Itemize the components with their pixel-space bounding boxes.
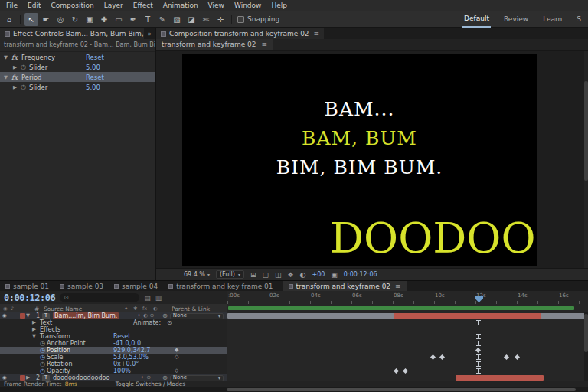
viewer-scrollbar[interactable] xyxy=(584,51,588,268)
layer-switch-icon[interactable]: ⊙ xyxy=(147,374,151,381)
exposure-value[interactable]: +00 xyxy=(312,271,325,278)
effect-param-row-slider[interactable]: ▶ ◷ Slider 5.00 xyxy=(0,82,155,92)
reset-link[interactable]: Reset xyxy=(86,54,104,61)
timeline-tab-sample-04[interactable]: sample 04 xyxy=(109,281,163,291)
rotation-track[interactable] xyxy=(227,361,588,368)
effect-row-period[interactable]: ▼ fx Period Reset xyxy=(0,72,155,82)
twirl-open-icon[interactable]: ▼ xyxy=(4,74,11,80)
property-value[interactable]: -41.0,0.0 xyxy=(113,340,141,347)
stopwatch-icon[interactable]: ◷ xyxy=(38,354,47,361)
layer-label-color[interactable] xyxy=(20,375,25,381)
keyframe-icon[interactable] xyxy=(394,368,399,374)
viewer-scrollbar-thumb[interactable] xyxy=(584,81,588,181)
stopwatch-icon[interactable]: ◷ xyxy=(38,347,47,354)
keyframe-icon[interactable] xyxy=(439,354,445,360)
reset-link[interactable]: Reset xyxy=(113,333,130,340)
draft-3d-icon[interactable]: ▥ xyxy=(155,294,162,302)
anchor-point-track[interactable] xyxy=(227,340,588,347)
opacity-track[interactable] xyxy=(227,368,588,374)
property-row-scale[interactable]: ◷ Scale 53.0,53.0% ◇ xyxy=(0,354,588,361)
property-value[interactable]: 100% xyxy=(113,368,131,374)
position-track[interactable] xyxy=(227,347,588,354)
layer-selected-segment[interactable] xyxy=(394,313,541,318)
property-row-effects[interactable]: ▶ Effects xyxy=(0,326,588,333)
menu-effect[interactable]: Effect xyxy=(133,2,153,9)
twirl-open-icon[interactable]: ▼ xyxy=(4,54,11,60)
zoom-tool-icon[interactable]: ◎ xyxy=(54,13,67,26)
toggle-switches-modes-button[interactable]: Toggle Switches / Modes xyxy=(116,381,185,387)
time-ruler[interactable]: :00s 02s 04s 06s 08s 10s 12s 14s 16s xyxy=(227,291,588,304)
layer-visibility-eye-icon[interactable]: ◉ xyxy=(2,312,7,319)
twirl-closed-icon[interactable]: ▶ xyxy=(32,319,40,326)
stopwatch-icon[interactable]: ◷ xyxy=(21,64,29,70)
workspace-review[interactable]: Review xyxy=(502,11,530,28)
timeline-search-input[interactable]: ⊙ xyxy=(60,293,139,302)
timeline-tab-transform-01[interactable]: transform and key frame 01 xyxy=(163,281,278,291)
layer-row-2[interactable]: ◉ ▶ 2 T doodoodoodoodoo ✦ ⊙ ⊚ None ▾ xyxy=(0,374,588,381)
keyframe-navigator-icon[interactable]: ◆ xyxy=(175,347,178,354)
property-value[interactable]: 0x+0.0° xyxy=(113,361,139,368)
property-row-opacity[interactable]: ◷ Opacity 100% ◇ xyxy=(0,368,588,374)
keyframe-navigator-icon[interactable]: ◇ xyxy=(175,354,178,361)
twirl-closed-icon[interactable]: ▶ xyxy=(32,326,40,333)
home-icon[interactable]: ⌂ xyxy=(2,13,16,26)
current-timecode[interactable]: 0:00:12:06 xyxy=(4,292,55,303)
work-area-bar[interactable] xyxy=(228,306,574,310)
pen-tool-icon[interactable]: ✒ xyxy=(126,13,140,26)
layer-name[interactable]: doodoodoodoodoo xyxy=(51,374,129,381)
layer-switch-icon[interactable]: ✦ xyxy=(137,312,141,319)
menu-view[interactable]: View xyxy=(208,2,224,9)
stopwatch-icon[interactable]: ◷ xyxy=(38,361,47,368)
menu-edit[interactable]: Edit xyxy=(28,2,41,9)
property-row-text[interactable]: ▶ Text Animate: ⊙ xyxy=(0,319,588,326)
workspace-more[interactable]: S xyxy=(575,11,583,28)
scale-track[interactable] xyxy=(227,354,588,361)
menu-help[interactable]: Help xyxy=(271,2,287,9)
workspace-default[interactable]: Default xyxy=(462,11,491,28)
snapping-checkbox[interactable] xyxy=(237,16,244,23)
effects-track[interactable] xyxy=(227,326,588,333)
brush-tool-icon[interactable]: ✎ xyxy=(155,13,169,26)
puppet-pin-tool-icon[interactable]: ✛ xyxy=(214,13,227,26)
timeline-v-scrollbar-thumb[interactable] xyxy=(584,314,588,352)
parent-select[interactable]: None ▾ xyxy=(170,375,224,381)
clone-stamp-tool-icon[interactable]: ▨ xyxy=(170,13,184,26)
zoom-select[interactable]: 69.4 % ▾ xyxy=(184,271,210,278)
menu-window[interactable]: Window xyxy=(234,2,262,9)
composition-viewer[interactable]: BAM... BAM, BUM BIM, BIM BUM. DOODOODOOD… xyxy=(156,51,588,268)
viewer-timecode[interactable]: 0:00:12:06 xyxy=(344,271,377,278)
layer-label-color[interactable] xyxy=(20,313,25,318)
column-source-name[interactable]: Source Name xyxy=(44,305,82,312)
property-row-transform[interactable]: ▼ Transform Reset xyxy=(0,333,588,340)
stopwatch-icon[interactable]: ◷ xyxy=(38,340,47,347)
rotation-tool-icon[interactable]: ↻ xyxy=(68,13,82,26)
layer-1-track[interactable] xyxy=(227,312,588,319)
menu-composition[interactable]: Composition xyxy=(51,2,94,9)
timeline-h-scrollbar[interactable] xyxy=(0,387,588,392)
camera-tool-icon[interactable]: ▣ xyxy=(83,13,96,26)
timeline-tab-sample-03[interactable]: sample 03 xyxy=(54,281,109,291)
keyframe-navigator-icon[interactable]: ◇ xyxy=(175,368,178,374)
snapping-toggle[interactable]: Snapping xyxy=(237,15,279,23)
effect-row-frequency[interactable]: ▼ fx Frequency Reset xyxy=(0,52,155,62)
workspace-learn[interactable]: Learn xyxy=(541,11,564,28)
layer-row-1[interactable]: ◉ ▼ 1 T Bam....im, Bim Bum. ✦ ◐ ⊙ ⊚ None xyxy=(0,312,588,319)
type-tool-icon[interactable]: T xyxy=(141,13,155,26)
param-value[interactable]: 5.00 xyxy=(86,64,100,71)
twirl-closed-icon[interactable]: ▶ xyxy=(13,84,21,90)
mini-flowchart-icon[interactable]: ▤ xyxy=(144,294,151,302)
timeline-tab-transform-02[interactable]: transform and keyframe 02 ≡ xyxy=(283,281,407,291)
effect-param-row-slider[interactable]: ▶ ◷ Slider 5.00 xyxy=(0,62,155,72)
layer-switch-icon[interactable]: ⊙ xyxy=(150,312,154,319)
mask-visibility-icon[interactable]: ▢ xyxy=(262,271,269,279)
region-of-interest-icon[interactable]: ◫ xyxy=(275,271,282,279)
resolution-select[interactable]: (Full) ▾ xyxy=(216,270,244,279)
twirl-closed-icon[interactable]: ▶ xyxy=(13,64,21,70)
keyframe-icon[interactable] xyxy=(403,368,408,374)
layer-2-track[interactable] xyxy=(227,374,588,381)
keyframe-icon[interactable] xyxy=(430,354,436,360)
keyframe-icon[interactable] xyxy=(514,354,520,360)
snapshot-icon[interactable]: ▣ xyxy=(331,271,338,279)
column-parent-link[interactable]: Parent & Link xyxy=(172,305,210,312)
menu-layer[interactable]: Layer xyxy=(104,2,123,9)
